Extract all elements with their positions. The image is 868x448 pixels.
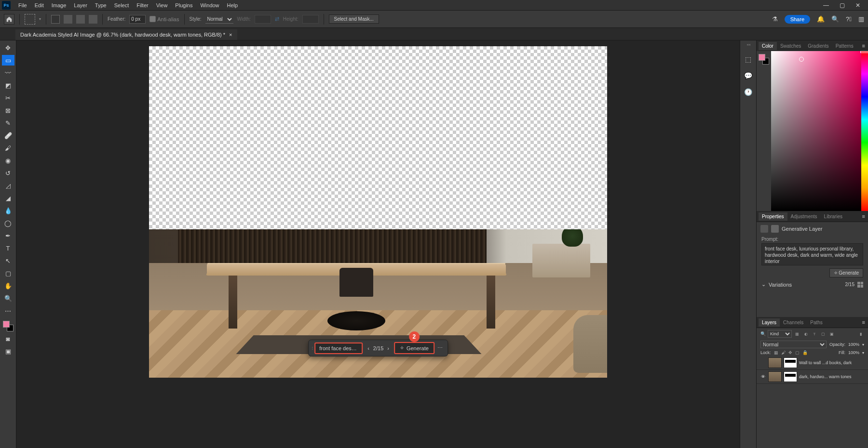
lasso-tool[interactable]: 〰 [2,67,14,78]
lock-artboard-icon[interactable]: ▢ [795,350,800,355]
layer-row[interactable]: 👁 dark, hardwo... warm tones [757,370,868,384]
select-and-mask-button[interactable]: Select and Mask... [329,14,379,24]
brush-panel-icon[interactable]: ⬚ [745,55,751,63]
tab-swatches[interactable]: Swatches [777,42,804,50]
quick-mask-tool[interactable]: ◙ [2,333,14,344]
variations-grid-icon[interactable] [857,282,863,288]
text-tool[interactable]: T [2,243,14,253]
expand-panels-icon[interactable]: ◂◂ [746,42,750,47]
filter-smart-icon[interactable]: ▣ [828,330,835,337]
path-selection-tool[interactable]: ↖ [2,255,14,266]
layers-panel-menu-icon[interactable]: ≡ [859,319,868,325]
tab-paths[interactable]: Paths [807,318,826,327]
workspace-icon[interactable]: ▥ [858,15,864,23]
gradient-tool[interactable]: ◢ [2,193,14,203]
object-selection-tool[interactable]: ◩ [2,80,14,91]
menu-type[interactable]: Type [91,1,110,9]
tab-close-icon[interactable]: × [229,32,232,38]
tab-color[interactable]: Color [759,42,777,50]
next-variation-icon[interactable]: › [385,344,391,352]
properties-generate-button[interactable]: ✧ Generate [829,268,863,277]
document-tab[interactable]: Dark Academia Styled AI Image @ 66.7% (d… [15,29,237,40]
tab-adjustments[interactable]: Adjustments [787,212,821,221]
filter-type-icon[interactable]: T [811,330,818,337]
filter-search-icon[interactable]: 🔍 [760,331,766,336]
search-icon[interactable]: 🔍 [831,15,839,23]
menu-layer[interactable]: Layer [70,1,91,9]
lock-image-icon[interactable]: 🖌 [781,350,786,355]
color-panel-menu-icon[interactable]: ≡ [859,43,868,49]
dropdown-icon[interactable]: ▾ [39,17,41,21]
share-button[interactable]: Share [785,15,810,24]
variations-expand-icon[interactable]: ⌄ [761,281,766,288]
tab-libraries[interactable]: Libraries [821,212,846,221]
marquee-tool[interactable]: ▭ [2,55,14,66]
lock-position-icon[interactable]: ✥ [788,350,792,355]
layer-name[interactable]: Wall to wall ...d books, dark [799,360,865,365]
tab-channels[interactable]: Channels [780,318,807,327]
bell-icon[interactable]: 🔔 [817,15,825,23]
layer-thumbnail[interactable] [768,371,782,382]
prev-variation-icon[interactable]: ‹ [366,344,371,352]
crop-tool[interactable]: ✂ [2,92,14,103]
blend-mode-select[interactable]: Normal [760,341,827,348]
tab-patterns[interactable]: Patterns [832,42,857,50]
healing-brush-tool[interactable]: 🩹 [2,130,14,141]
selection-new-icon[interactable] [51,15,60,24]
filter-pixel-icon[interactable]: ▦ [794,330,800,337]
flask-icon[interactable]: ⚗ [772,15,778,23]
more-options-icon[interactable]: ⋯ [434,343,446,353]
document-canvas[interactable] [149,46,607,378]
opacity-dropdown-icon[interactable]: ▾ [862,343,864,347]
layer-mask-thumbnail[interactable] [784,357,797,368]
menu-window[interactable]: Window [196,1,223,9]
opacity-value[interactable]: 100% [848,342,859,347]
filter-toggle-icon[interactable]: ▮ [857,330,864,337]
zoom-tool[interactable]: 🔍 [2,293,14,303]
maximize-icon[interactable]: ▢ [840,2,845,9]
lock-transparency-icon[interactable]: ▦ [774,350,778,355]
comments-panel-icon[interactable]: 💬 [744,72,752,79]
brush-tool[interactable]: 🖌 [2,143,14,153]
tab-properties[interactable]: Properties [759,212,787,221]
dodge-tool[interactable]: ◯ [2,218,14,228]
canvas-area[interactable]: ⋮⋮ 1 front face desk,... ‹ 2/15 › 2 ✧ Ge… [16,40,740,448]
home-button[interactable] [4,14,14,25]
history-panel-icon[interactable]: 🕐 [744,88,752,96]
pen-tool[interactable]: ✒ [2,230,14,241]
help-icon[interactable]: ?⃝ [846,15,852,23]
selection-subtract-icon[interactable] [76,15,85,24]
taskbar-drag-handle[interactable]: ⋮⋮ [311,346,314,350]
layer-name[interactable]: dark, hardwo... warm tones [799,374,865,379]
close-icon[interactable]: ✕ [855,2,860,9]
color-fg-bg-swatch[interactable] [757,51,771,211]
blur-tool[interactable]: 💧 [2,205,14,216]
eyedropper-tool[interactable]: ✎ [2,118,14,128]
filter-adjust-icon[interactable]: ◐ [802,330,809,337]
fill-dropdown-icon[interactable]: ▾ [862,351,864,355]
layer-filter-select[interactable]: Kind [768,330,792,338]
layer-row[interactable]: Wall to wall ...d books, dark [757,356,868,370]
hue-slider[interactable] [861,51,868,211]
prompt-input[interactable]: 1 front face desk,... [314,343,363,354]
feather-input[interactable] [129,15,146,24]
fill-value[interactable]: 100% [848,350,859,355]
minimize-icon[interactable]: — [823,2,829,9]
tab-layers[interactable]: Layers [759,318,780,327]
marquee-tool-icon[interactable] [25,14,35,25]
clone-stamp-tool[interactable]: ◉ [2,155,14,166]
prompt-textarea[interactable]: front face desk, luxurious personal libr… [761,243,863,265]
menu-edit[interactable]: Edit [31,1,48,9]
selection-add-icon[interactable] [64,15,72,24]
history-brush-tool[interactable]: ↺ [2,168,14,178]
eraser-tool[interactable]: ◿ [2,180,14,191]
screen-mode-tool[interactable]: ▣ [2,346,14,356]
lock-all-icon[interactable]: 🔒 [802,350,808,355]
menu-image[interactable]: Image [48,1,70,9]
menu-file[interactable]: File [14,1,31,9]
frame-tool[interactable]: ⊠ [2,105,14,116]
layer-visibility-toggle[interactable]: 👁 [760,374,766,379]
menu-help[interactable]: Help [223,1,242,9]
color-field[interactable] [771,51,861,211]
menu-select[interactable]: Select [110,1,133,9]
